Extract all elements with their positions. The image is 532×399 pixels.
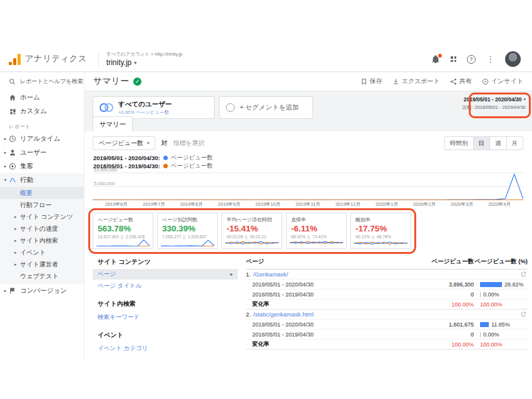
select-metric-button[interactable]: 指標を選択 — [173, 139, 204, 148]
sidebar-item-events[interactable]: ▸イベント — [0, 246, 84, 258]
date-range-primary: 2019/05/01 - 2020/04/30 — [464, 96, 522, 103]
date-range-compare: 比較: 2018/05/01 - 2019/04/30 — [463, 104, 526, 111]
pct-value: 28.82% — [504, 281, 524, 288]
table-row: 2018/05/01 - 2019/04/30 0 0.00% — [246, 330, 528, 340]
account-switcher[interactable]: すべてのアカウント > http://trinity.jp trinity.jp… — [106, 51, 183, 67]
main-content: サマリー ✓ 保存 エクスポート 共有 — [84, 72, 532, 360]
add-segment-button[interactable]: + セグメントを追加 — [219, 96, 313, 119]
chart-x-axis: 2019年6月 2019年7月 2019年8月 2019年9月 2019年10月… — [93, 201, 523, 208]
chevron-right-icon: ▸ — [3, 150, 8, 155]
table-row: 2018/05/01 - 2019/04/30 0 0.00% — [246, 290, 528, 300]
scorecard-bounce-rate[interactable]: 直帰率 -6.11% 68.92% と 73.41% — [286, 213, 347, 249]
help-ic[interactable]: ? — [467, 55, 476, 64]
dimension-group-site-search: サイト内検索 — [93, 300, 238, 308]
pct-bar — [480, 282, 502, 287]
sidebar-search[interactable]: レポートとヘルプを検索 — [0, 72, 84, 91]
report-panel: ページビュー数 ▾ 対 指標を選択 時間別 日 週 月 2019/05/01 -… — [84, 131, 532, 360]
dashboard-icon — [8, 108, 17, 115]
pct-value: 100.00% — [480, 301, 503, 308]
x-tick: 2020年3月 — [451, 201, 473, 208]
granularity-group: 時間別 日 週 月 — [444, 136, 523, 150]
export-button[interactable]: エクスポート — [392, 77, 440, 86]
segment-all-users[interactable]: すべてのユーザー +0.00% ページビュー数 — [93, 96, 215, 119]
dimension-nav: サイト コンテンツ ページ ▸ ページ タイトル サイト内検索 検索キーワード … — [93, 256, 238, 355]
table-row-page: 2. /static/genkamask.html — [246, 310, 528, 320]
sidebar-item-acquisition[interactable]: ▸ 集客 — [0, 159, 84, 173]
dimension-event-category[interactable]: イベント カテゴリ — [93, 342, 238, 355]
x-tick: 2019年6月 — [105, 201, 128, 208]
scorecard-sparkline — [290, 240, 343, 246]
dimension-pages[interactable]: ページ ▸ — [93, 269, 238, 280]
scorecard-exit-rate[interactable]: 離脱率 -17.75% 40.12% と 48.78% — [350, 213, 411, 249]
sidebar-item-conversions[interactable]: ▸ コンバージョン — [0, 284, 84, 298]
sidebar-item-site-search[interactable]: ▸サイト内検索 — [0, 235, 84, 246]
external-link-icon[interactable] — [521, 311, 526, 317]
chevron-right-icon: ▸ — [3, 288, 8, 293]
insights-button[interactable]: インサイト — [482, 77, 523, 86]
more-menu-icon[interactable]: ⋮ — [486, 54, 494, 64]
user-icon — [8, 149, 17, 156]
y-tick: 10,000,000 — [94, 167, 118, 173]
sidebar-item-experiments[interactable]: ウェブテスト — [0, 270, 84, 282]
sidebar-item-custom[interactable]: カスタム — [0, 104, 84, 118]
search-icon — [9, 78, 16, 85]
download-icon — [392, 78, 399, 85]
share-button[interactable]: 共有 — [450, 77, 472, 86]
analytics-logo-icon — [9, 53, 21, 65]
sidebar-item-realtime[interactable]: ▸ リアルタイム — [0, 132, 84, 146]
pct-value: 100.00% — [480, 341, 503, 348]
screenshot-canvas: アナリティクス すべてのアカウント > http://trinity.jp tr… — [0, 0, 532, 399]
chevron-right-icon: ▸ — [14, 215, 20, 220]
page-link[interactable]: /static/genkamask.html — [253, 311, 314, 318]
sidebar-item-overview[interactable]: 概要 — [0, 187, 84, 199]
granularity-hourly[interactable]: 時間別 — [445, 137, 473, 149]
granularity-week[interactable]: 週 — [489, 137, 506, 149]
scorecard-sparkline — [225, 240, 279, 246]
metric-selector[interactable]: ページビュー数 ▾ — [93, 136, 155, 150]
scorecard-sparkline — [161, 240, 214, 246]
granularity-day[interactable]: 日 — [473, 137, 490, 149]
analytics-app: アナリティクス すべてのアカウント > http://trinity.jp tr… — [0, 47, 532, 360]
analytics-logo[interactable]: アナリティクス — [0, 53, 96, 65]
scorecard-avg-time[interactable]: 平均ページ滞在時間 -15.41% 00:01:09 と 00:01:21 — [222, 213, 282, 249]
dimension-search-keyword[interactable]: 検索キーワード — [93, 311, 238, 324]
notifications-bell-icon[interactable] — [431, 55, 440, 64]
granularity-month[interactable]: 月 — [506, 137, 523, 149]
chevron-right-icon: ▸ — [14, 238, 20, 243]
x-tick: 2019年8月 — [180, 201, 203, 208]
chevron-down-icon: ▾ — [134, 60, 136, 66]
sidebar-item-publisher[interactable]: ▸サイト運営者 — [0, 258, 84, 270]
sidebar-group-behavior: ▾ 行動 概要 行動フロー ▸サイト コンテンツ ▸サイトの速度 ▸サイト内検索… — [0, 173, 84, 284]
dimension-page-title[interactable]: ページ タイトル — [93, 280, 238, 293]
scorecard-unique-pageviews[interactable]: ページ別訪問数 330.39% 7,056,277 と 1,639,507 — [157, 213, 218, 249]
pages-table: ページ ページビュー数 ページビュー数 (%) 1. /Genkamask/ 2… — [246, 255, 528, 350]
table-row-change: 変化率 100.00% 100.00% — [246, 340, 528, 350]
sidebar-item-site-speed[interactable]: ▸サイトの速度 — [0, 223, 84, 235]
external-link-icon[interactable] — [521, 271, 526, 277]
x-tick: 2020年1月 — [376, 201, 398, 208]
scorecard-pageviews[interactable]: ページビュー数 563.78% 13,517,401 と 2,036,428 — [93, 213, 153, 249]
avatar[interactable] — [505, 51, 521, 67]
sidebar-item-site-content[interactable]: ▸サイト コンテンツ — [0, 211, 84, 223]
table-header: ページ ページビュー数 ページビュー数 (%) — [246, 255, 528, 270]
row-rank: 2. — [246, 311, 251, 318]
chevron-right-icon: ▸ — [14, 226, 20, 231]
apps-grid-icon[interactable] — [451, 56, 456, 62]
tab-summary[interactable]: サマリー — [93, 116, 133, 131]
segment-rings-icon — [100, 103, 113, 112]
legend-dot-current — [163, 156, 168, 160]
save-button[interactable]: 保存 — [361, 77, 382, 86]
sidebar-item-behavior[interactable]: ▾ 行動 — [0, 173, 84, 187]
x-tick: 2019年11月 — [295, 201, 320, 208]
date-range-selector[interactable]: 2019/05/01 - 2020/04/30 ▾ 比較: 2018/05/01… — [463, 96, 526, 111]
sidebar-item-audience[interactable]: ▸ ユーザー — [0, 146, 84, 159]
insights-icon — [482, 78, 489, 85]
sidebar-item-behavior-flow[interactable]: 行動フロー — [0, 199, 84, 211]
pct-bar — [480, 322, 489, 327]
pct-value: 11.85% — [491, 321, 510, 328]
breadcrumb: すべてのアカウント > http://trinity.jp — [106, 51, 183, 58]
header-actions: ? ⋮ — [431, 51, 532, 67]
sidebar-item-home[interactable]: ホーム — [0, 91, 84, 104]
report-title-bar: サマリー ✓ 保存 エクスポート 共有 — [84, 72, 532, 91]
page-link[interactable]: /Genkamask/ — [253, 271, 289, 278]
